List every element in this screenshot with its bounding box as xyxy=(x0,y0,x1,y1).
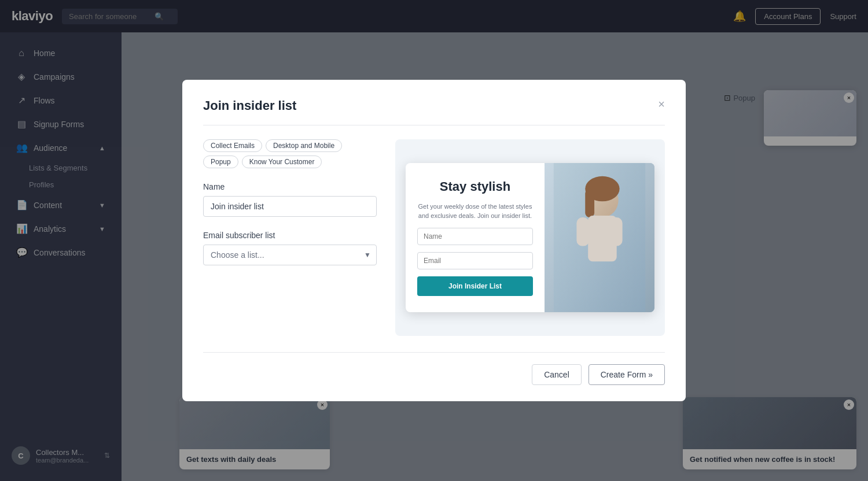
modal-left-panel: Collect Emails Desktop and Mobile Popup … xyxy=(203,139,377,336)
modal: Join insider list × Collect Emails Deskt… xyxy=(182,80,686,401)
modal-body: Collect Emails Desktop and Mobile Popup … xyxy=(203,139,665,336)
name-label: Name xyxy=(203,182,377,191)
popup-preview-description: Get your weekly dose of the latest style… xyxy=(417,202,533,221)
modal-title: Join insider list xyxy=(203,98,296,113)
popup-preview: × Stay stylish Get your weekly dose of t… xyxy=(406,163,654,312)
cancel-button[interactable]: Cancel xyxy=(532,364,582,385)
tags-container: Collect Emails Desktop and Mobile Popup … xyxy=(203,139,377,168)
name-input[interactable] xyxy=(203,196,377,217)
popup-name-input[interactable] xyxy=(417,228,533,245)
email-list-label: Email subscriber list xyxy=(203,231,377,240)
popup-person-image xyxy=(545,163,654,312)
preview-card: × Stay stylish Get your weekly dose of t… xyxy=(395,139,665,336)
name-field-section: Name xyxy=(203,182,377,217)
svg-rect-6 xyxy=(610,217,623,246)
tag-popup: Popup xyxy=(203,156,238,168)
create-form-button[interactable]: Create Form » xyxy=(589,364,665,385)
svg-rect-3 xyxy=(585,189,594,217)
person-silhouette xyxy=(545,163,654,312)
modal-header: Join insider list × xyxy=(203,98,665,113)
svg-rect-5 xyxy=(576,217,589,246)
modal-close-button[interactable]: × xyxy=(658,98,665,110)
tag-desktop-mobile: Desktop and Mobile xyxy=(266,139,342,152)
email-list-select[interactable]: Choose a list... xyxy=(203,245,377,265)
modal-right-panel: × Stay stylish Get your weekly dose of t… xyxy=(395,139,665,336)
modal-divider xyxy=(203,125,665,125)
popup-preview-title: Stay stylish xyxy=(417,179,533,194)
email-list-select-wrapper: Choose a list... ▼ xyxy=(203,245,377,265)
popup-email-input[interactable] xyxy=(417,252,533,269)
email-list-section: Email subscriber list Choose a list... ▼ xyxy=(203,231,377,265)
popup-image-side xyxy=(545,163,654,312)
popup-cta-button[interactable]: Join Insider List xyxy=(417,276,533,296)
popup-form-side: Stay stylish Get your weekly dose of the… xyxy=(406,163,545,312)
tag-collect-emails: Collect Emails xyxy=(203,139,262,152)
tag-know-your-customer: Know Your Customer xyxy=(242,156,322,168)
modal-footer: Cancel Create Form » xyxy=(203,352,665,385)
